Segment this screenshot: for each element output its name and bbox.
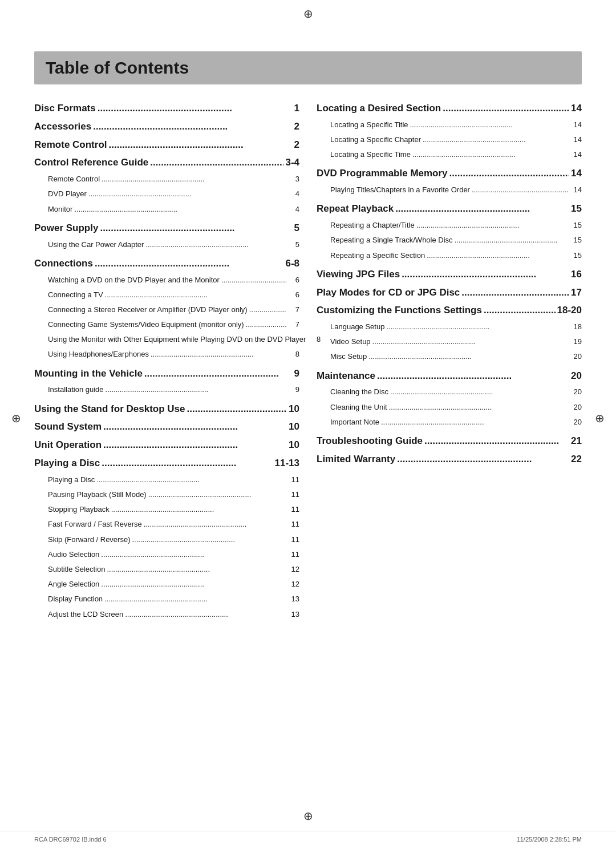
toc-page: 6-8	[285, 257, 299, 270]
toc-entry: Repeat Playback.........................…	[317, 202, 582, 216]
toc-entry: Stopping Playback.......................…	[34, 504, 299, 515]
toc-dots: ........................................…	[102, 174, 286, 184]
toc-page: 14	[570, 149, 582, 160]
toc-page: 2	[288, 138, 299, 152]
toc-entry: Connections.............................…	[34, 257, 299, 270]
toc-label: Video Setup	[330, 337, 371, 347]
toc-entry: Remote Control..........................…	[34, 174, 299, 184]
toc-page: 13	[288, 594, 299, 604]
toc-dots: ........................................…	[93, 120, 286, 134]
toc-dots: ........................................…	[109, 138, 287, 152]
toc-entry: Cleaning the Disc.......................…	[317, 387, 582, 397]
toc-dots: ........................................…	[381, 417, 569, 427]
toc-dots: ........................................…	[104, 594, 286, 604]
toc-page: 19	[570, 337, 582, 347]
toc-page: 4	[288, 189, 299, 199]
toc-label: Adjust the LCD Screen	[48, 609, 123, 620]
toc-page: 4	[288, 204, 299, 215]
toc-label: Audio Selection	[48, 549, 99, 560]
toc-entry: Connecting a TV.........................…	[34, 290, 299, 300]
toc-label: Accessories	[34, 120, 91, 134]
toc-entry: Viewing JPG Files.......................…	[317, 268, 582, 281]
toc-page: 11	[288, 490, 299, 500]
toc-label: Locating a Specific Title	[330, 120, 408, 130]
toc-entry: Play Modes for CD or JPG Disc...........…	[317, 286, 582, 300]
toc-entry: Using Headphones/Earphones..............…	[34, 349, 299, 359]
toc-label: Using the Stand for Desktop Use	[34, 402, 185, 416]
toc-entry: Playing a Disc..........................…	[34, 475, 299, 485]
toc-dots: ........................................…	[427, 250, 569, 261]
toc-entry: Locating a Specific Title...............…	[317, 120, 582, 130]
toc-dots: ........................................…	[246, 320, 286, 330]
toc-label: Playing a Disc	[48, 475, 95, 485]
content-area: Disc Formats............................…	[34, 102, 582, 624]
toc-page: 15	[570, 250, 582, 261]
toc-entry: Using the Monitor with Other Equipment w…	[34, 334, 299, 345]
toc-label: Maintenance	[317, 369, 375, 383]
toc-dots: ........................................…	[101, 579, 286, 589]
left-column: Disc Formats............................…	[34, 102, 299, 624]
toc-dots: ........................................…	[144, 519, 286, 529]
toc-page: 5	[288, 240, 299, 250]
toc-dots: ........................................…	[424, 434, 569, 448]
toc-label: Repeating a Specific Section	[330, 250, 425, 261]
toc-page: 9	[288, 367, 299, 381]
toc-entry: Fast Forward / Fast Reverse.............…	[34, 519, 299, 529]
toc-page: 15	[570, 202, 582, 216]
toc-dots: ........................................…	[461, 286, 569, 300]
toc-label: Using the Monitor with Other Equipment w…	[48, 334, 306, 345]
toc-dots: ........................................…	[95, 257, 283, 270]
toc-dots: ........................................…	[107, 564, 286, 575]
toc-entry: Important Note..........................…	[317, 417, 582, 427]
toc-page: 15	[570, 220, 582, 231]
toc-dots: ........................................…	[221, 275, 286, 285]
toc-dots: ........................................…	[455, 235, 569, 245]
toc-label: Connecting Game Systems/Video Equipment …	[48, 320, 244, 330]
toc-label: Repeating a Single Track/Whole Disc	[330, 235, 453, 245]
toc-label: Stopping Playback	[48, 504, 110, 515]
toc-page: 20	[570, 387, 582, 397]
title-bar: Table of Contents	[34, 51, 582, 84]
toc-entry: Subtitle Selection......................…	[34, 564, 299, 575]
toc-page: 5	[288, 221, 299, 235]
toc-label: Troubleshooting Guide	[317, 434, 423, 448]
toc-entry: Locating a Desired Section..............…	[317, 102, 582, 115]
toc-entry: DVD Programmable Memory.................…	[317, 167, 582, 180]
toc-label: Remote Control	[48, 174, 100, 184]
toc-entry: Remote Control..........................…	[34, 138, 299, 152]
toc-page: 3-4	[285, 156, 299, 169]
toc-label: Skip (Forward / Reverse)	[48, 535, 130, 545]
page-container: ⊕ ⊕ ⊕ ⊕ Table of Contents Disc Formats..…	[0, 0, 616, 857]
toc-entry: Locating a Specific Chapter.............…	[317, 135, 582, 145]
toc-label: Control Reference Guide	[34, 156, 148, 169]
toc-dots: ........................................…	[96, 475, 286, 485]
toc-page: 10	[288, 420, 299, 434]
toc-dots: ........................................…	[390, 387, 569, 397]
toc-dots: ........................................…	[472, 185, 569, 195]
toc-label: Playing Titles/Chapters in a Favorite Or…	[330, 185, 470, 195]
toc-entry: Maintenance.............................…	[317, 369, 582, 383]
toc-dots: ........................................…	[187, 402, 286, 416]
toc-label: Subtitle Selection	[48, 564, 105, 575]
toc-page: 12	[288, 564, 299, 575]
toc-dots: ........................................…	[412, 149, 569, 160]
toc-dots: ........................................…	[151, 349, 286, 359]
toc-dots: ........................................…	[103, 420, 286, 434]
toc-page: 11	[288, 549, 299, 560]
toc-label: Installation guide	[48, 385, 104, 395]
reg-mark-top: ⊕	[303, 7, 313, 21]
toc-entry: DVD Player..............................…	[34, 189, 299, 199]
toc-label: Remote Control	[34, 138, 107, 152]
toc-entry: Playing Titles/Chapters in a Favorite Or…	[317, 185, 582, 195]
toc-page: 20	[570, 402, 582, 413]
toc-page: 15	[570, 235, 582, 245]
toc-page: 14	[570, 120, 582, 130]
toc-label: Limited Warranty	[317, 452, 395, 466]
toc-page: 22	[570, 452, 582, 466]
toc-dots: ........................................…	[148, 490, 286, 500]
toc-dots: ........................................…	[150, 156, 283, 169]
toc-dots: ........................................…	[74, 204, 286, 215]
toc-entry: Mounting in the Vehicle.................…	[34, 367, 299, 381]
toc-page: 11-13	[275, 456, 299, 470]
toc-label: Monitor	[48, 204, 72, 215]
